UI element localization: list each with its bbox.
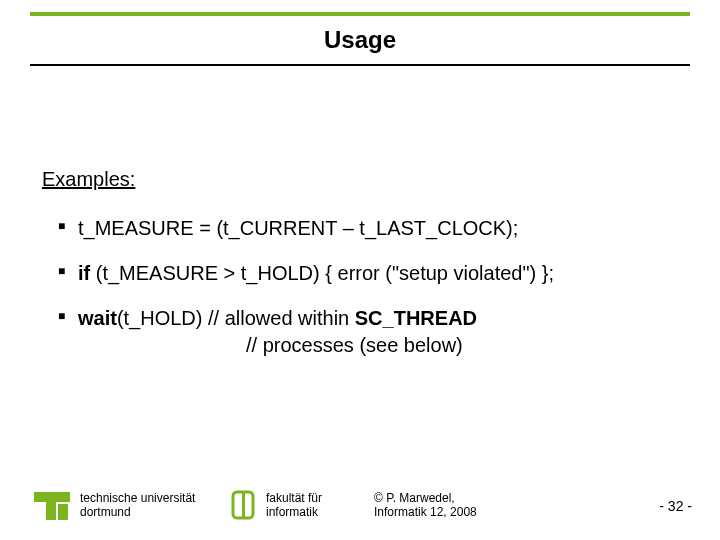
university-line2: dortmund [80,506,210,520]
university-line1: technische universität [80,492,210,506]
slide-body: Examples: t_MEASURE = (t_CURRENT – t_LAS… [42,168,678,377]
examples-heading: Examples: [42,168,678,191]
list-item: if (t_MEASURE > t_HOLD) { error ("setup … [58,260,678,287]
tu-logo-icon [34,492,70,520]
top-accent-rule [30,12,690,16]
svg-rect-1 [46,492,56,520]
bullet-bold: wait [78,307,117,329]
bullet-text: t_MEASURE = (t_CURRENT – t_LAST_CLOCK); [78,217,518,239]
bullet-continuation: // processes (see below) [78,332,678,359]
bullet-list: t_MEASURE = (t_CURRENT – t_LAST_CLOCK); … [42,215,678,359]
page-number: - 32 - [659,498,692,514]
list-item: t_MEASURE = (t_CURRENT – t_LAST_CLOCK); [58,215,678,242]
copyright-line1: © P. Marwedel, [374,492,477,506]
faculty-line2: informatik [266,506,356,520]
faculty-line1: fakultät für [266,492,356,506]
copyright: © P. Marwedel, Informatik 12, 2008 [374,492,477,520]
bullet-bold: if [78,262,90,284]
copyright-line2: Informatik 12, 2008 [374,506,477,520]
list-item: wait(t_HOLD) // allowed within SC_THREAD… [58,305,678,359]
slide-title: Usage [0,26,720,54]
title-underline [30,64,690,66]
faculty-name: fakultät für informatik [266,492,356,520]
bullet-bold: SC_THREAD [355,307,477,329]
bullet-text: (t_MEASURE > t_HOLD) { error ("setup vio… [90,262,554,284]
slide: Usage Examples: t_MEASURE = (t_CURRENT –… [0,0,720,540]
university-name: technische universität dortmund [80,492,210,520]
svg-rect-4 [242,492,245,518]
slide-footer: technische universität dortmund fakultät… [0,482,720,530]
fi-logo-icon [230,489,256,523]
svg-rect-2 [58,504,68,520]
bullet-text: (t_HOLD) // allowed within [117,307,355,329]
